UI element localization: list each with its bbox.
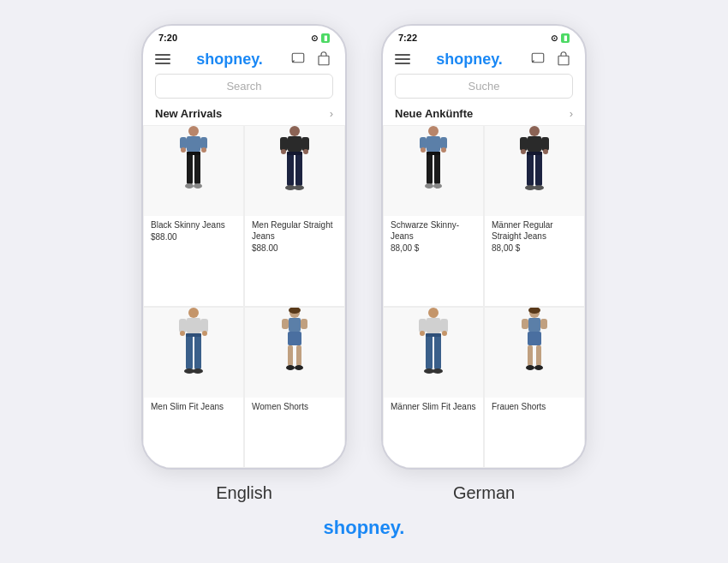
- product-info: Men Regular Straight Jeans$88.00: [245, 216, 344, 306]
- header-icons: [528, 50, 573, 69]
- svg-rect-82: [528, 318, 540, 332]
- search-bar[interactable]: Suche: [395, 74, 573, 99]
- product-info: Schwarze Skinny-Jeans88,00 $: [384, 216, 483, 306]
- svg-point-12: [194, 183, 202, 189]
- product-grid: Black Skinny Jeans$88.00 Men Regular Str…: [143, 125, 345, 468]
- svg-rect-31: [194, 333, 201, 369]
- product-name: Schwarze Skinny-Jeans: [391, 219, 476, 242]
- svg-point-52: [441, 147, 446, 153]
- section-arrow-icon[interactable]: ›: [570, 107, 573, 120]
- svg-rect-61: [541, 137, 549, 151]
- svg-rect-38: [282, 319, 289, 329]
- section-title: Neue Ankünfte: [395, 107, 473, 120]
- svg-point-43: [286, 365, 295, 370]
- svg-rect-41: [288, 345, 293, 366]
- product-info: Männer Slim Fit Jeans: [384, 398, 483, 467]
- hamburger-menu-icon[interactable]: [155, 54, 170, 64]
- cart-icon[interactable]: [554, 50, 573, 69]
- product-image: [384, 126, 483, 216]
- svg-rect-32: [186, 333, 201, 337]
- svg-rect-42: [296, 345, 301, 366]
- product-name: Frauen Shorts: [492, 401, 577, 412]
- product-price: 88,00 $: [492, 243, 577, 253]
- wifi-icon: ⊙: [311, 33, 318, 43]
- svg-point-88: [526, 365, 534, 370]
- svg-point-7: [201, 147, 206, 153]
- svg-rect-10: [187, 152, 200, 155]
- svg-point-34: [193, 368, 203, 374]
- svg-rect-15: [280, 137, 288, 151]
- svg-rect-5: [200, 137, 207, 149]
- svg-rect-19: [287, 152, 294, 186]
- product-info: Frauen Shorts: [485, 398, 584, 467]
- app-logo: shopney.: [196, 51, 263, 69]
- svg-rect-65: [535, 152, 542, 186]
- product-name: Black Skinny Jeans: [151, 219, 236, 231]
- svg-rect-9: [194, 152, 200, 184]
- svg-point-56: [425, 183, 433, 189]
- svg-point-2: [188, 126, 199, 136]
- phones-comparison: 7:20 ⊙ ▮ shopney. Search New Arrivals ›: [141, 24, 587, 503]
- product-price: 88,00 $: [391, 243, 476, 253]
- svg-rect-27: [200, 319, 208, 332]
- cart-icon[interactable]: [314, 50, 333, 69]
- product-item[interactable]: Women Shorts: [244, 307, 345, 468]
- section-header: New Arrivals ›: [143, 105, 345, 125]
- svg-rect-14: [288, 136, 301, 152]
- svg-point-62: [521, 149, 526, 154]
- hamburger-menu-icon[interactable]: [395, 54, 410, 64]
- product-item[interactable]: Schwarze Skinny-Jeans88,00 $: [383, 125, 484, 307]
- product-image: [384, 308, 483, 398]
- svg-rect-83: [522, 319, 528, 329]
- svg-rect-64: [527, 152, 534, 186]
- chat-icon[interactable]: [289, 50, 307, 69]
- svg-rect-4: [180, 137, 187, 149]
- svg-point-63: [543, 149, 548, 154]
- time: 7:22: [398, 33, 417, 43]
- svg-point-89: [534, 365, 543, 370]
- svg-rect-21: [287, 152, 302, 155]
- svg-rect-25: [187, 318, 200, 333]
- app-header: shopney.: [383, 46, 585, 74]
- product-item[interactable]: Men Slim Fit Jeans: [143, 307, 244, 468]
- svg-rect-55: [427, 152, 440, 155]
- status-icons: ⊙ ▮: [311, 33, 330, 43]
- svg-rect-71: [419, 319, 427, 332]
- svg-rect-40: [288, 332, 301, 345]
- svg-rect-60: [520, 137, 528, 151]
- svg-point-79: [433, 368, 443, 374]
- svg-rect-72: [440, 319, 448, 332]
- svg-rect-77: [426, 333, 441, 337]
- svg-rect-66: [527, 152, 542, 155]
- chat-icon[interactable]: [528, 50, 547, 69]
- svg-rect-75: [426, 333, 433, 369]
- section-arrow-icon[interactable]: ›: [330, 107, 333, 120]
- product-item[interactable]: Männer Slim Fit Jeans: [383, 307, 484, 468]
- svg-rect-53: [427, 152, 433, 184]
- svg-point-23: [294, 185, 304, 190]
- svg-rect-46: [558, 56, 569, 65]
- product-price: $88.00: [252, 243, 337, 253]
- svg-point-51: [421, 147, 426, 153]
- product-item[interactable]: Männer Regular Straight Jeans88,00 $: [484, 125, 585, 307]
- svg-rect-70: [427, 318, 440, 333]
- product-info: Men Slim Fit Jeans: [144, 398, 243, 467]
- battery-icon: ▮: [561, 33, 570, 43]
- phone-label-german: German: [453, 483, 515, 503]
- wifi-icon: ⊙: [551, 33, 558, 43]
- search-bar[interactable]: Search: [155, 74, 333, 99]
- svg-rect-48: [427, 136, 440, 152]
- svg-rect-84: [540, 319, 547, 329]
- product-image: [144, 308, 243, 398]
- phone-german: 7:22 ⊙ ▮ shopney. Suche Neue Ankünfte ›: [381, 24, 587, 503]
- svg-point-28: [180, 331, 185, 336]
- product-item[interactable]: Men Regular Straight Jeans$88.00: [244, 125, 345, 307]
- svg-point-13: [289, 126, 300, 136]
- svg-point-74: [442, 331, 447, 336]
- product-item[interactable]: Black Skinny Jeans$88.00: [143, 125, 244, 307]
- svg-rect-16: [301, 137, 309, 151]
- product-image: [245, 308, 344, 398]
- svg-rect-3: [187, 136, 200, 152]
- product-item[interactable]: Frauen Shorts: [484, 307, 585, 468]
- product-image: [245, 126, 344, 216]
